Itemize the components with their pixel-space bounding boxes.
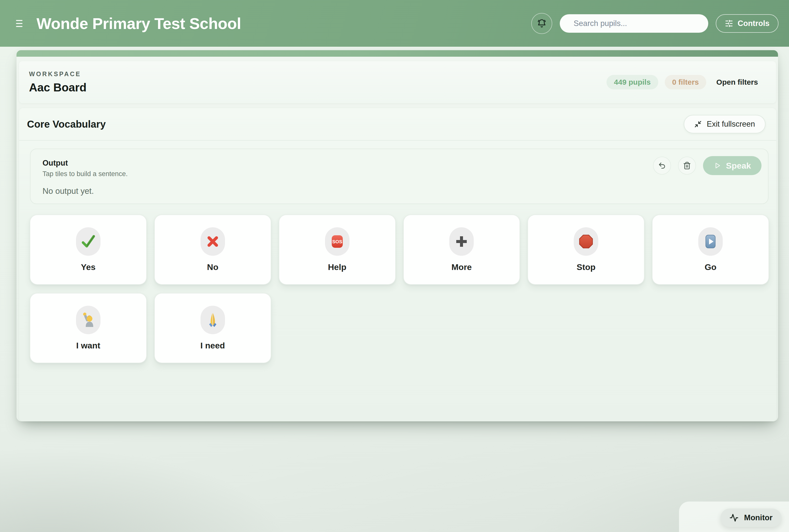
trash-icon — [683, 162, 691, 170]
monitor-label: Monitor — [744, 513, 772, 522]
board-title: Core Vocabulary — [27, 119, 106, 130]
undo-icon — [658, 162, 666, 170]
workspace-title: Aac Board — [29, 81, 87, 94]
pupils-count-badge: 449 pupils — [606, 75, 658, 90]
output-actions: Speak — [653, 156, 762, 175]
minimize-icon — [694, 120, 702, 128]
topbar-actions: Controls — [531, 13, 778, 34]
tile-grid: Yes No SOS Help More Sto — [30, 214, 769, 363]
check-emoji — [76, 227, 100, 256]
plus-emoji — [449, 227, 474, 256]
tile-go[interactable]: Go — [652, 214, 769, 285]
tile-label: Yes — [81, 262, 96, 272]
tile-label: Help — [328, 262, 347, 272]
open-filters-button[interactable]: Open filters — [713, 78, 762, 87]
tile-label: Go — [704, 262, 716, 272]
accent-strip — [17, 50, 778, 57]
workspace-header-card: WORKSPACE Aac Board 449 pupils 0 filters… — [19, 61, 776, 103]
controls-button[interactable]: Controls — [716, 14, 778, 33]
play-icon — [714, 162, 721, 169]
school-title: Wonde Primary Test School — [37, 15, 241, 33]
sos-emoji: SOS — [325, 227, 349, 256]
speak-button[interactable]: Speak — [703, 156, 762, 175]
filters-count-badge: 0 filters — [665, 75, 707, 90]
undo-button[interactable] — [653, 157, 671, 175]
tile-label: I need — [201, 341, 225, 350]
notifications-button[interactable] — [531, 13, 552, 34]
tile-no[interactable]: No — [154, 214, 271, 285]
svg-text:SOS: SOS — [332, 239, 342, 244]
tile-i-need[interactable]: I need — [154, 293, 271, 363]
workspace-stage: WORKSPACE Aac Board 449 pupils 0 filters… — [17, 50, 778, 421]
sliders-icon — [725, 19, 733, 28]
bell-ring-icon — [537, 18, 547, 28]
tile-label: I want — [76, 341, 100, 350]
tile-stop[interactable]: Stop — [528, 214, 644, 285]
search-input[interactable] — [560, 14, 708, 33]
tile-yes[interactable]: Yes — [30, 214, 147, 285]
person-raising-hand-emoji — [76, 306, 100, 334]
exit-fullscreen-button[interactable]: Exit fullscreen — [684, 115, 766, 133]
controls-label: Controls — [738, 19, 770, 28]
activity-pulse-icon — [730, 513, 738, 522]
tile-label: No — [207, 262, 218, 272]
core-panel-header: Core Vocabulary Exit fullscreen — [19, 108, 776, 140]
workspace-heading: WORKSPACE Aac Board — [29, 71, 87, 94]
top-bar: Wonde Primary Test School — [0, 0, 789, 47]
folded-hands-emoji — [201, 306, 225, 334]
hamburger-menu-icon[interactable] — [16, 20, 24, 27]
speak-label: Speak — [726, 161, 751, 171]
output-empty-text: No output yet. — [42, 186, 768, 196]
workspace-meta: 449 pupils 0 filters Open filters — [606, 75, 762, 90]
output-box: Output Tap tiles to build a sentence. No… — [30, 149, 769, 204]
clear-output-button[interactable] — [678, 157, 696, 175]
stop-sign-emoji — [574, 227, 598, 256]
tile-more[interactable]: More — [403, 214, 520, 285]
tile-label: More — [452, 262, 472, 272]
tile-help[interactable]: SOS Help — [279, 214, 396, 285]
tile-i-want[interactable]: I want — [30, 293, 147, 363]
monitor-button[interactable]: Monitor — [720, 509, 782, 527]
cross-emoji — [201, 227, 225, 256]
workspace-eyebrow: WORKSPACE — [29, 71, 87, 78]
core-vocabulary-panel: Core Vocabulary Exit fullscreen Output T… — [19, 108, 776, 421]
play-button-emoji — [698, 227, 723, 256]
tile-label: Stop — [576, 262, 595, 272]
exit-fullscreen-label: Exit fullscreen — [707, 120, 755, 129]
